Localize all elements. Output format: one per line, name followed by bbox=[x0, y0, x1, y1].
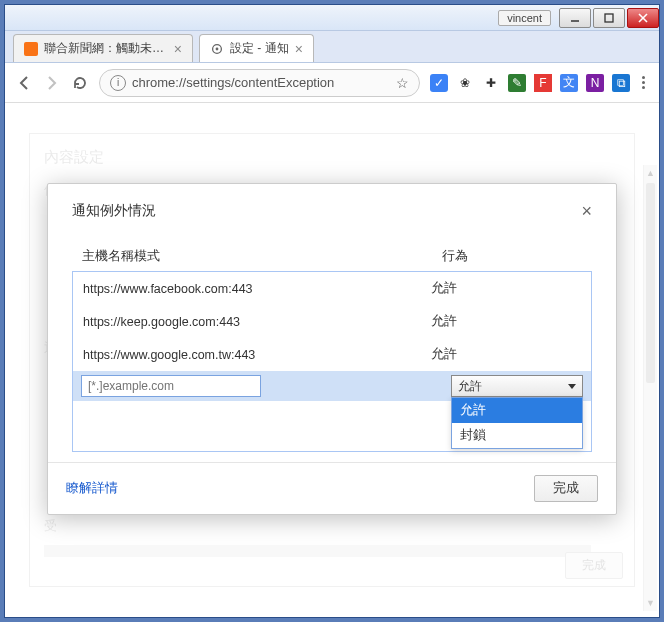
col-host-header: 主機名稱模式 bbox=[82, 248, 442, 265]
extension-icon[interactable]: ⧉ bbox=[612, 74, 630, 92]
dialog-title: 通知例外情況 bbox=[72, 202, 156, 220]
extension-icon[interactable]: ❀ bbox=[456, 74, 474, 92]
close-tab-icon[interactable]: × bbox=[295, 41, 303, 57]
browser-window: vincent 聯合新聞網：觸動未來 新 × 設定 - 通知 × bbox=[4, 4, 660, 618]
col-action-header: 行為 bbox=[442, 248, 592, 265]
tab-title: 設定 - 通知 bbox=[230, 40, 289, 57]
close-window-button[interactable] bbox=[627, 8, 659, 28]
select-value: 允許 bbox=[458, 378, 482, 395]
svg-point-5 bbox=[216, 47, 219, 50]
dropdown-option-block[interactable]: 封鎖 bbox=[452, 423, 582, 448]
rule-host: https://keep.google.com:443 bbox=[83, 315, 431, 329]
close-dialog-button[interactable]: × bbox=[581, 202, 592, 220]
rule-row[interactable]: https://www.facebook.com:443 允許 bbox=[73, 272, 591, 305]
rule-action: 允許 bbox=[431, 346, 581, 363]
forward-button[interactable] bbox=[43, 74, 61, 92]
favicon-icon bbox=[24, 42, 38, 56]
tab-1[interactable]: 聯合新聞網：觸動未來 新 × bbox=[13, 34, 193, 62]
action-select[interactable]: 允許 允許 封鎖 bbox=[451, 375, 583, 397]
learn-more-link[interactable]: 瞭解詳情 bbox=[66, 480, 118, 497]
dialog-footer: 瞭解詳情 完成 bbox=[48, 462, 616, 514]
host-pattern-input[interactable] bbox=[81, 375, 261, 397]
gear-icon bbox=[210, 42, 224, 56]
close-tab-icon[interactable]: × bbox=[174, 41, 182, 57]
done-button[interactable]: 完成 bbox=[534, 475, 598, 502]
action-dropdown: 允許 封鎖 bbox=[451, 397, 583, 449]
chevron-down-icon bbox=[568, 384, 576, 389]
tab-strip: 聯合新聞網：觸動未來 新 × 設定 - 通知 × bbox=[5, 31, 659, 63]
rule-action: 允許 bbox=[431, 313, 581, 330]
rule-host: https://www.facebook.com:443 bbox=[83, 282, 431, 296]
extension-icon[interactable]: ✓ bbox=[430, 74, 448, 92]
dropdown-option-allow[interactable]: 允許 bbox=[452, 398, 582, 423]
onenote-icon[interactable]: N bbox=[586, 74, 604, 92]
menu-button[interactable] bbox=[638, 76, 649, 89]
rule-row[interactable]: https://www.google.com.tw:443 允許 bbox=[73, 338, 591, 371]
extension-icons: ✓ ❀ ✚ ✎ F 文 N ⧉ bbox=[430, 74, 649, 92]
maximize-button[interactable] bbox=[593, 8, 625, 28]
site-info-icon[interactable]: i bbox=[110, 75, 126, 91]
user-badge[interactable]: vincent bbox=[498, 10, 551, 26]
minimize-button[interactable] bbox=[559, 8, 591, 28]
new-rule-row: 允許 允許 封鎖 bbox=[73, 371, 591, 401]
extension-icon[interactable]: ✚ bbox=[482, 74, 500, 92]
address-bar[interactable]: i chrome://settings/contentException ☆ bbox=[99, 69, 420, 97]
page-content: 內容設定 位置 通 受 完成 ▲ ▼ 通知例外情況 × bbox=[5, 103, 659, 617]
rules-list: https://www.facebook.com:443 允許 https://… bbox=[72, 271, 592, 452]
flipboard-icon[interactable]: F bbox=[534, 74, 552, 92]
exceptions-dialog: 通知例外情況 × 主機名稱模式 行為 https://www.facebook.… bbox=[47, 183, 617, 515]
rule-host: https://www.google.com.tw:443 bbox=[83, 348, 431, 362]
evernote-icon[interactable]: ✎ bbox=[508, 74, 526, 92]
modal-overlay: 通知例外情況 × 主機名稱模式 行為 https://www.facebook.… bbox=[5, 103, 659, 617]
toolbar: i chrome://settings/contentException ☆ ✓… bbox=[5, 63, 659, 103]
window-controls bbox=[557, 8, 659, 28]
url-text: chrome://settings/contentException bbox=[132, 75, 390, 90]
rule-action: 允許 bbox=[431, 280, 581, 297]
rule-row[interactable]: https://keep.google.com:443 允許 bbox=[73, 305, 591, 338]
titlebar: vincent bbox=[5, 5, 659, 31]
translate-icon[interactable]: 文 bbox=[560, 74, 578, 92]
tab-2[interactable]: 設定 - 通知 × bbox=[199, 34, 314, 62]
back-button[interactable] bbox=[15, 74, 33, 92]
bookmark-star-icon[interactable]: ☆ bbox=[396, 75, 409, 91]
tab-title: 聯合新聞網：觸動未來 新 bbox=[44, 40, 168, 57]
column-headers: 主機名稱模式 行為 bbox=[72, 248, 592, 271]
svg-rect-1 bbox=[605, 14, 613, 22]
reload-button[interactable] bbox=[71, 74, 89, 92]
